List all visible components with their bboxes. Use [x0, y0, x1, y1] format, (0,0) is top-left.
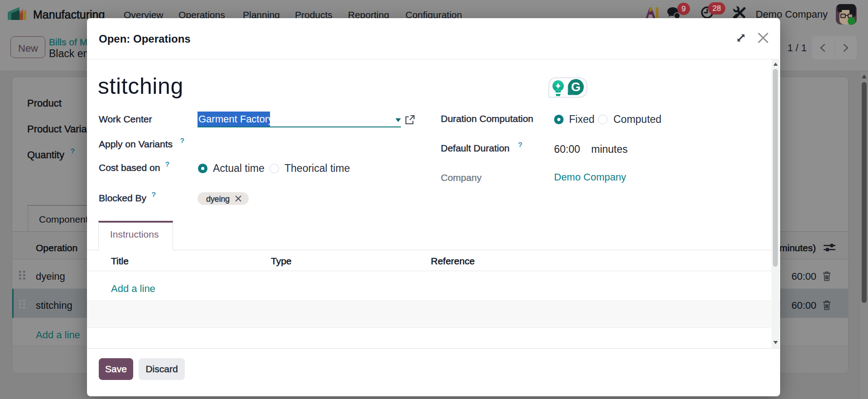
svg-text:G: G: [571, 80, 580, 94]
